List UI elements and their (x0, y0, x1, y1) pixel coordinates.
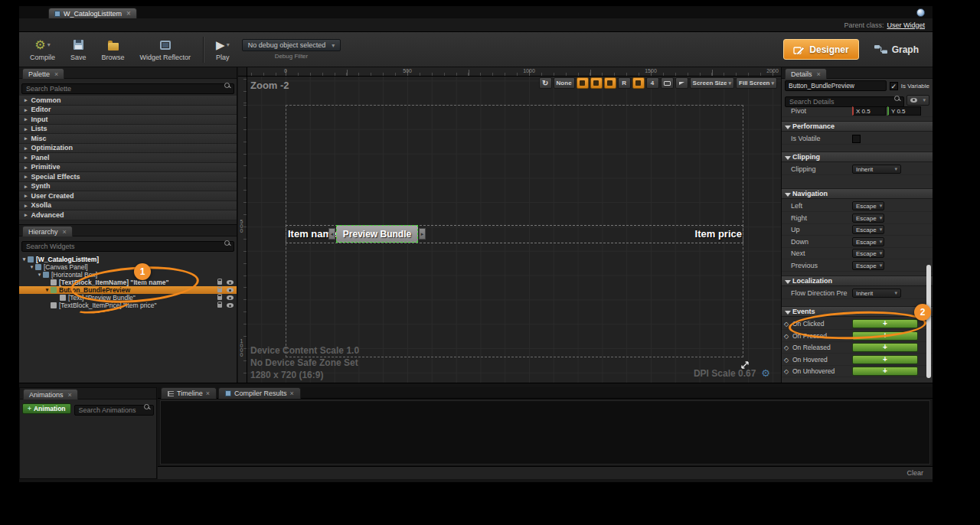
nav-down-dropdown[interactable]: Escape▾ (852, 237, 884, 246)
hierarchy-item-root[interactable]: ▾ [W_CatalogListItem] (19, 256, 237, 263)
close-icon[interactable]: × (289, 390, 293, 397)
hierarchy-item-textblock-itemprice[interactable]: [TextBlock_ItemPrice] "Item price" (19, 302, 237, 309)
flow-direction-dropdown[interactable]: Inherit▾ (852, 289, 901, 298)
play-button[interactable]: ▶▾ Play (213, 37, 233, 63)
palette-category-common[interactable]: ▸Common (19, 96, 237, 106)
add-on-unhovered-event-button[interactable]: + (852, 367, 918, 376)
close-icon[interactable]: × (206, 390, 210, 397)
expander-icon[interactable]: ▾ (36, 272, 43, 278)
palette-category-editor[interactable]: ▸Editor (19, 106, 237, 116)
nav-left-dropdown[interactable]: Escape▾ (852, 201, 884, 210)
browse-button[interactable]: Browse (99, 37, 128, 63)
widget-reflector-button[interactable]: Widget Reflector (137, 37, 194, 63)
hierarchy-search-input[interactable] (21, 241, 234, 252)
rotate-mode-button[interactable]: R (618, 77, 631, 89)
close-icon[interactable]: × (54, 70, 58, 78)
tab-compiler-results[interactable]: Compiler Results × (218, 387, 301, 399)
play-options-caret-icon[interactable]: ▾ (227, 41, 230, 48)
compile-options-caret-icon[interactable]: ▾ (47, 41, 51, 48)
resize-handle-icon[interactable] (740, 360, 750, 370)
eye-icon[interactable] (227, 288, 234, 292)
tab-timeline[interactable]: Timeline × (161, 387, 217, 399)
outline-mode-toggle[interactable] (590, 77, 603, 89)
section-navigation[interactable]: Navigation (782, 188, 933, 199)
safe-zone-preview-button[interactable] (675, 77, 688, 89)
section-events[interactable]: Events (782, 306, 933, 317)
expander-icon[interactable]: ▾ (21, 256, 28, 262)
pivot-y-field[interactable]: Y 0.5 (887, 106, 921, 116)
eye-icon[interactable] (227, 303, 234, 308)
fill-screen-dropdown[interactable]: Fill Screen▾ (736, 77, 777, 89)
grid-snap-size-button[interactable]: 4 (646, 77, 659, 89)
add-on-clicked-event-button[interactable]: + (852, 319, 918, 328)
hierarchy-item-text-preview-bundle[interactable]: [Text] "Preview Bundle" (19, 294, 237, 302)
animations-tab[interactable]: Animations × (23, 389, 78, 399)
clear-button[interactable]: Clear (906, 469, 923, 477)
palette-tab[interactable]: Palette × (22, 68, 64, 79)
lock-icon[interactable] (217, 281, 222, 285)
grid-snap-toggle[interactable] (632, 77, 645, 89)
debug-object-dropdown[interactable]: No debug object selected ▾ (242, 39, 341, 51)
eye-icon[interactable] (227, 280, 234, 285)
window-corner-icon[interactable] (916, 8, 925, 17)
localization-preview-button[interactable]: ↻ (539, 77, 552, 89)
section-localization[interactable]: Localization (782, 276, 933, 286)
canvas-button-preview-bundle[interactable]: Preview Bundle (336, 225, 418, 243)
compile-button[interactable]: ⚙▾ Compile (27, 37, 58, 63)
flow-direction-preview-dropdown[interactable]: None (554, 77, 575, 89)
canvas-text-item-price[interactable]: Item price (695, 225, 742, 243)
palette-category-misc[interactable]: ▸Misc (19, 134, 237, 144)
asset-tab[interactable]: W_CatalogListItem × (48, 8, 137, 18)
is-volatile-checkbox[interactable] (852, 135, 861, 143)
pixel-snap-toggle[interactable] (604, 77, 616, 89)
screen-size-dropdown[interactable]: Screen Size▾ (690, 77, 734, 89)
compiler-results-log[interactable] (160, 400, 930, 465)
nav-previous-dropdown[interactable]: Escape▾ (852, 261, 884, 270)
nav-next-dropdown[interactable]: Escape▾ (852, 249, 884, 258)
nav-right-dropdown[interactable]: Escape▾ (852, 214, 884, 223)
hierarchy-item-textblock-itemname[interactable]: [TextBlock_ItemName] "Item name" (19, 279, 237, 286)
close-icon[interactable]: × (68, 391, 72, 399)
palette-category-panel[interactable]: ▸Panel (19, 153, 237, 163)
expander-icon[interactable]: ▾ (28, 264, 35, 270)
is-variable-checkbox[interactable]: ✓ (890, 82, 898, 90)
hierarchy-item-canvas-panel[interactable]: ▾ [Canvas Panel] (19, 263, 237, 271)
animations-search-input[interactable] (74, 405, 154, 416)
clipping-dropdown[interactable]: Inherit▾ (852, 165, 901, 174)
dpi-settings-gear-icon[interactable]: ⚙ (761, 367, 770, 379)
lock-widgets-toggle[interactable] (577, 77, 589, 89)
button-left-resize-handle[interactable]: ◂ (328, 228, 335, 240)
close-icon[interactable]: × (817, 70, 821, 78)
add-on-hovered-event-button[interactable]: + (852, 355, 918, 364)
parent-class-link[interactable]: User Widget (887, 21, 925, 29)
hierarchy-item-horizontal-box[interactable]: ▾ [Horizontal Box] (19, 271, 237, 279)
palette-category-advanced[interactable]: ▸Advanced (19, 210, 237, 220)
eye-icon[interactable] (227, 295, 234, 300)
details-tab[interactable]: Details × (785, 68, 827, 79)
widget-name-input[interactable] (785, 80, 887, 91)
palette-category-input[interactable]: ▸Input (19, 115, 237, 125)
pivot-x-field[interactable]: X 0.5 (852, 106, 886, 116)
palette-category-xsolla[interactable]: ▸Xsolla (19, 201, 237, 211)
hierarchy-item-button-bundlepreview[interactable]: ▾ Button_BundlePreview (19, 286, 237, 294)
palette-search-input[interactable] (21, 83, 234, 94)
palette-category-optimization[interactable]: ▸Optimization (19, 144, 237, 154)
details-scrollbar[interactable] (926, 265, 931, 378)
palette-category-user-created[interactable]: ▸User Created (19, 191, 237, 201)
hierarchy-tab[interactable]: Hierarchy × (22, 226, 73, 236)
designer-canvas[interactable]: 0 500 1000 1500 2000 500 1000 Zoom -2 ↻ … (238, 67, 781, 383)
close-icon[interactable]: × (63, 228, 67, 236)
palette-category-special-effects[interactable]: ▸Special Effects (19, 172, 237, 182)
section-performance[interactable]: Performance (782, 121, 933, 132)
nav-up-dropdown[interactable]: Escape▾ (852, 225, 884, 234)
section-clipping[interactable]: Clipping (782, 152, 933, 162)
lock-icon[interactable] (217, 289, 222, 292)
lock-icon[interactable] (217, 296, 222, 300)
add-on-released-event-button[interactable]: + (852, 343, 918, 352)
palette-category-synth[interactable]: ▸Synth (19, 182, 237, 192)
palette-category-primitive[interactable]: ▸Primitive (19, 163, 237, 173)
add-on-pressed-event-button[interactable]: + (852, 331, 918, 341)
lock-icon[interactable] (217, 304, 222, 308)
button-right-resize-handle[interactable]: ▸ (419, 228, 426, 240)
add-animation-button[interactable]: +Animation (22, 403, 71, 414)
